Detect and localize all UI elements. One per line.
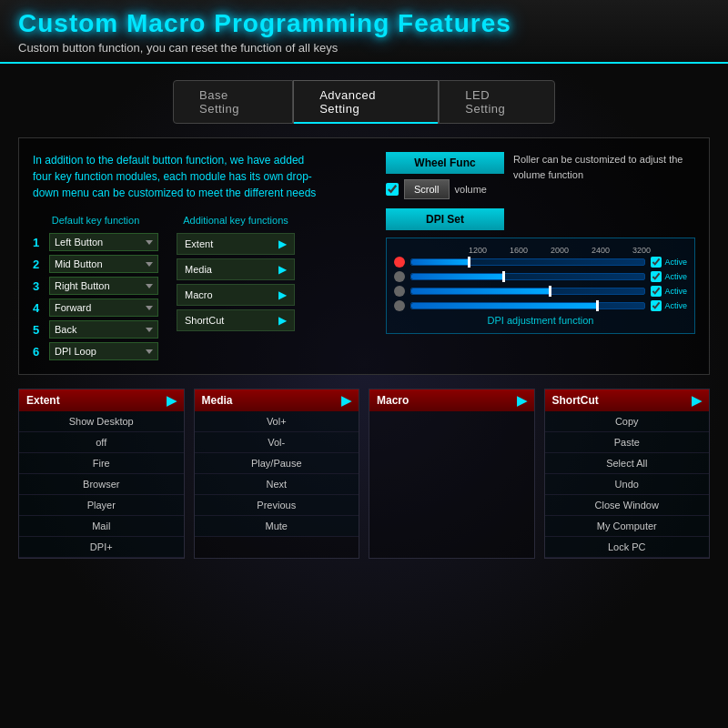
tab-advanced-setting[interactable]: Advanced Setting [293,80,439,124]
key-list: 1 Left Button 2 Mid Button [33,233,158,360]
extent-browser[interactable]: Browser [19,474,184,495]
add-key-media[interactable]: Media▶ [177,258,295,280]
key-select-3[interactable]: Right Button [49,277,158,295]
default-key-col: Default key function 1 Left Button 2 [33,215,158,360]
extent-dpi-plus[interactable]: DPI+ [19,537,184,558]
dpi-track-3 [410,288,645,295]
shortcut-copy[interactable]: Copy [545,411,710,432]
dpi-track-2 [410,273,645,280]
bottom-panels: Extent ▶ Show Desktop off Fire Browser P… [0,389,728,559]
key-item-2: 2 Mid Button [33,255,158,273]
shortcut-lock-pc[interactable]: Lock PC [545,537,710,558]
media-label: Media [202,394,233,407]
add-key-list: Extent▶ Media▶ Macro▶ ShortCut▶ [177,233,295,331]
key-item-4: 4 Forward [33,298,158,317]
media-header: Media ▶ [195,389,359,411]
dpi-active-cb-3[interactable] [651,286,662,297]
key-select-1[interactable]: Left Button [49,233,158,251]
shortcut-my-computer[interactable]: My Computer [545,516,710,537]
extent-off[interactable]: off [19,432,184,453]
dpi-adj-label: DPI adjustment function [394,315,687,326]
dpi-active-cb-2[interactable] [651,271,662,282]
media-vol-plus[interactable]: Vol+ [195,411,359,432]
shortcut-undo[interactable]: Undo [545,474,710,495]
tab-bar: Base Setting Advanced Setting LED Settin… [173,80,555,124]
extent-fire[interactable]: Fire [19,453,184,474]
dpi-label-1600: 1600 [510,246,528,255]
media-play-pause[interactable]: Play/Pause [195,453,359,474]
macro-panel: Macro ▶ [369,389,535,559]
extent-player[interactable]: Player [19,495,184,516]
dpi-set-button[interactable]: DPI Set [386,208,504,230]
additional-key-col: Additional key functions Extent▶ Media▶ … [177,215,295,360]
key-select-6[interactable]: DPI Loop [49,342,158,360]
media-mute[interactable]: Mute [195,516,359,537]
shortcut-select-all[interactable]: Select All [545,453,710,474]
panel-description: In addition to the default button functi… [33,152,324,201]
dpi-track-1 [410,258,645,266]
dpi-active-cb-1[interactable] [651,257,662,268]
extent-show-desktop[interactable]: Show Desktop [19,411,184,432]
dpi-dot-4 [394,300,405,311]
key-num-3: 3 [33,279,44,293]
header: Custom Macro Programming Features Custom… [0,0,728,64]
tab-led-setting[interactable]: LED Setting [439,80,555,124]
key-item-5: 5 Back [33,320,158,339]
roller-text: Roller can be customized to adjust the v… [513,152,695,230]
shortcut-header: ShortCut ▶ [545,389,710,411]
key-select-5[interactable]: Back [49,320,158,339]
extent-items: Show Desktop off Fire Browser Player Mai… [19,411,184,558]
dpi-active-cb-4[interactable] [651,300,662,311]
dpi-label-2000: 2000 [551,246,569,255]
dpi-row-1: Active [394,257,687,268]
extent-header: Extent ▶ [19,389,184,411]
key-item-6: 6 DPI Loop [33,342,158,360]
media-panel: Media ▶ Vol+ Vol- Play/Pause Next Previo… [194,389,360,559]
dpi-row-4: Active [394,300,687,311]
dpi-row-2: Active [394,271,687,282]
media-arrow-icon: ▶ [341,393,351,408]
header-subtitle: Custom button function, you can reset th… [18,41,710,55]
key-select-2[interactable]: Mid Button [49,255,158,273]
media-items: Vol+ Vol- Play/Pause Next Previous Mute [195,411,359,537]
scroll-checkbox[interactable] [386,183,399,196]
media-previous[interactable]: Previous [195,495,359,516]
dpi-row-3: Active [394,286,687,297]
add-key-macro[interactable]: Macro▶ [177,284,295,306]
dpi-dot-2 [394,271,405,282]
dpi-dot-3 [394,286,405,297]
extent-panel: Extent ▶ Show Desktop off Fire Browser P… [18,389,185,559]
key-num-5: 5 [33,323,44,337]
key-num-2: 2 [33,258,44,271]
additional-col-label: Additional key functions [177,215,295,226]
shortcut-close-window[interactable]: Close Window [545,495,710,516]
wheel-controls-area: Wheel Func Scroll volume DPI Set [386,152,504,230]
dpi-active-label-4: Active [664,301,687,310]
macro-label: Macro [377,394,409,407]
main-content: In addition to the default button functi… [0,137,728,375]
panel-right: Wheel Func Scroll volume DPI Set Roller … [386,152,695,360]
key-select-4[interactable]: Forward [49,298,158,317]
shortcut-arrow-icon: ▶ [692,393,702,408]
page-title: Custom Macro Programming Features [18,9,710,38]
media-vol-minus[interactable]: Vol- [195,432,359,453]
dpi-active-label-2: Active [664,272,687,281]
scroll-button[interactable]: Scroll [404,179,450,199]
add-key-extent[interactable]: Extent▶ [177,233,295,255]
extent-label: Extent [26,394,60,407]
macro-arrow-icon: ▶ [517,393,527,408]
media-next[interactable]: Next [195,474,359,495]
shortcut-label: ShortCut [552,394,599,407]
key-item-3: 3 Right Button [33,277,158,295]
dpi-label-2400: 2400 [592,246,610,255]
key-num-4: 4 [33,301,44,315]
shortcut-panel: ShortCut ▶ Copy Paste Select All Undo Cl… [544,389,711,559]
dpi-label-1200: 1200 [469,246,487,255]
key-item-1: 1 Left Button [33,233,158,251]
wheel-func-button[interactable]: Wheel Func [386,152,504,174]
shortcut-paste[interactable]: Paste [545,432,710,453]
default-col-label: Default key function [33,215,158,226]
add-key-shortcut[interactable]: ShortCut▶ [177,309,295,331]
extent-mail[interactable]: Mail [19,516,184,537]
tab-base-setting[interactable]: Base Setting [173,80,293,124]
